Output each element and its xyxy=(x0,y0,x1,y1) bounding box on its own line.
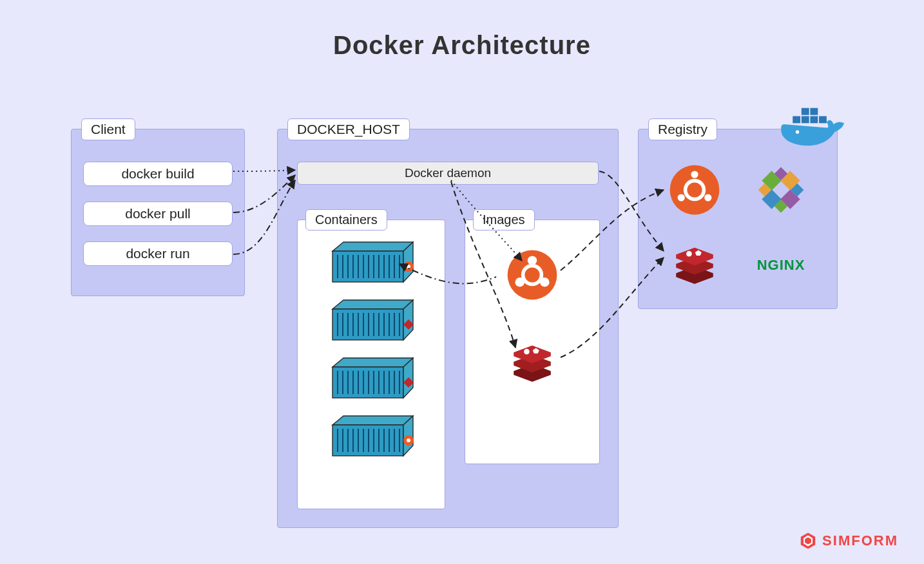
svg-marker-18 xyxy=(332,300,413,309)
container-item xyxy=(326,297,416,343)
svg-marker-35 xyxy=(332,358,413,367)
containers-stack xyxy=(298,220,445,458)
registry-panel: Registry xyxy=(638,129,838,309)
registry-item-ubuntu xyxy=(669,164,720,218)
docker-daemon-bar: Docker daemon xyxy=(297,162,599,185)
svg-point-97 xyxy=(796,130,799,133)
docker-whale-icon xyxy=(775,100,851,156)
container-icon xyxy=(326,413,416,458)
host-panel: DOCKER_HOST Docker daemon Containers xyxy=(277,129,619,528)
svg-rect-95 xyxy=(810,108,818,115)
host-panel-label: DOCKER_HOST xyxy=(287,118,410,140)
svg-point-80 xyxy=(528,256,535,263)
svg-point-69 xyxy=(407,438,410,442)
client-panel-label: Client xyxy=(81,118,135,140)
image-item-redis xyxy=(509,339,555,388)
svg-marker-52 xyxy=(332,416,413,425)
containers-panel-label: Containers xyxy=(305,209,387,230)
images-panel-label: Images xyxy=(473,209,535,230)
redis-icon xyxy=(671,241,718,287)
ubuntu-icon xyxy=(506,249,558,301)
container-icon xyxy=(326,355,416,400)
redis-icon xyxy=(509,339,555,385)
svg-point-81 xyxy=(515,279,523,286)
image-item-ubuntu xyxy=(506,249,558,303)
page-title: Docker Architecture xyxy=(0,0,924,60)
svg-point-89 xyxy=(524,349,530,355)
registry-item-redis xyxy=(671,241,718,290)
svg-marker-0 xyxy=(332,242,413,251)
svg-point-82 xyxy=(542,279,549,286)
simform-icon xyxy=(799,532,817,550)
svg-rect-91 xyxy=(793,116,800,123)
ubuntu-icon xyxy=(669,164,720,216)
svg-rect-94 xyxy=(802,108,809,115)
images-panel: Images xyxy=(465,220,600,464)
svg-rect-96 xyxy=(819,116,827,123)
container-icon xyxy=(326,240,416,285)
centos-icon xyxy=(758,167,804,213)
registry-panel-label: Registry xyxy=(648,118,717,140)
svg-point-117 xyxy=(686,250,692,256)
container-item xyxy=(326,240,416,285)
nginx-text: NGINX xyxy=(757,257,805,273)
cmd-docker-pull: docker pull xyxy=(83,202,233,226)
svg-point-101 xyxy=(678,194,685,201)
cmd-docker-build: docker build xyxy=(83,162,233,186)
containers-panel: Containers xyxy=(297,220,445,509)
svg-rect-93 xyxy=(810,116,818,123)
registry-item-centos xyxy=(758,167,804,216)
svg-point-102 xyxy=(704,194,711,201)
svg-point-17 xyxy=(407,265,410,268)
container-item xyxy=(326,355,416,400)
client-panel: Client docker build docker pull docker r… xyxy=(71,129,245,296)
container-item xyxy=(326,413,416,458)
cmd-docker-run: docker run xyxy=(83,241,233,266)
svg-point-100 xyxy=(691,171,698,178)
client-commands: docker build docker pull docker run xyxy=(72,129,244,266)
simform-brand-text: SIMFORM xyxy=(822,532,898,549)
container-icon xyxy=(326,297,416,343)
simform-brand: SIMFORM xyxy=(799,532,898,550)
svg-rect-92 xyxy=(802,116,809,123)
registry-item-nginx: NGINX xyxy=(757,257,805,274)
